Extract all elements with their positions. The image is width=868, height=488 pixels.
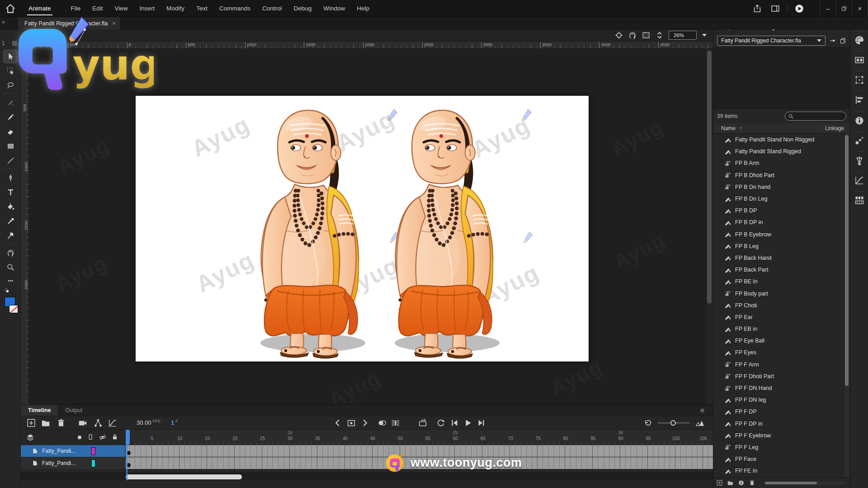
menu-item[interactable]: Animate: [23, 0, 57, 17]
paint-bucket-tool[interactable]: [4, 200, 17, 213]
home-icon[interactable]: [5, 3, 16, 14]
brush-tool[interactable]: [4, 111, 17, 123]
linkage-column[interactable]: Linkage: [822, 125, 850, 131]
frame-rate-field[interactable]: 30.00FPS: [137, 419, 160, 426]
library-item[interactable]: FP Face: [713, 453, 850, 465]
timeline-tab[interactable]: Output: [58, 405, 90, 416]
library-item[interactable]: FP F DP in: [713, 418, 850, 430]
center-frame-icon[interactable]: [346, 418, 356, 428]
step-back-icon[interactable]: [449, 418, 459, 428]
asset-warp-panel-icon[interactable]: [854, 155, 865, 166]
center-stage-icon[interactable]: [614, 31, 623, 40]
library-item[interactable]: FP F Eyebrow: [713, 430, 850, 441]
graph-editor-icon[interactable]: [108, 418, 118, 428]
pin-library-icon[interactable]: [829, 37, 836, 45]
line-tool[interactable]: [4, 154, 17, 167]
align-panel-icon[interactable]: [854, 94, 865, 105]
outline-view-icon[interactable]: [87, 433, 94, 441]
add-camera-icon[interactable]: [78, 418, 88, 428]
menu-item[interactable]: Window: [317, 0, 351, 17]
stroke-color-swatch[interactable]: [9, 305, 18, 313]
show-all-dot-icon[interactable]: [78, 436, 81, 439]
timeline-zoom-icon[interactable]: [695, 418, 705, 428]
library-item[interactable]: FP Eye Ball: [713, 335, 850, 347]
new-folder-icon[interactable]: [41, 418, 51, 428]
library-item[interactable]: FP B Dn hand: [713, 181, 850, 193]
menu-item[interactable]: Commands: [213, 0, 256, 17]
library-item[interactable]: FP EB in: [713, 323, 850, 335]
library-item[interactable]: FP F DP: [713, 406, 850, 418]
library-item[interactable]: FP B Arm: [713, 157, 850, 169]
lock-layers-icon[interactable]: [111, 433, 118, 441]
zoom-stepper-icon[interactable]: [655, 31, 664, 40]
library-document-select[interactable]: Fatty Pandit Rigged Character.fla: [717, 36, 826, 46]
library-item[interactable]: FP F Dhoti Part: [713, 371, 850, 382]
timeline-horizontal-scrollbar[interactable]: [21, 473, 713, 480]
menu-item[interactable]: Help: [351, 0, 375, 17]
library-item[interactable]: FP F DN Hand: [713, 382, 850, 394]
workspace-icon[interactable]: [770, 4, 780, 14]
library-item[interactable]: FP B Dhoti Part: [713, 169, 850, 181]
library-item[interactable]: Fatty Pandit Stand Non Riigged: [713, 134, 850, 145]
delete-layer-icon[interactable]: [56, 418, 66, 428]
layer-row[interactable]: Fatty_Pandi...: [21, 445, 125, 457]
close-button[interactable]: ×: [852, 0, 868, 17]
frame-picker-panel-icon[interactable]: [854, 195, 865, 206]
library-item[interactable]: FP B Eyebrow: [713, 229, 850, 240]
sort-ascending-icon[interactable]: ↑: [739, 125, 742, 131]
snap-panel-icon[interactable]: [854, 135, 865, 146]
library-item[interactable]: FP Back Hand: [713, 252, 850, 264]
timeline-zoom-slider[interactable]: [658, 422, 689, 423]
previous-keyframe-icon[interactable]: [333, 418, 343, 428]
next-keyframe-icon[interactable]: [360, 418, 370, 428]
transform-panel-icon[interactable]: [854, 75, 865, 85]
library-item[interactable]: FP F DN leg: [713, 394, 850, 406]
library-horizontal-scrollbar[interactable]: [764, 481, 845, 485]
step-forward-icon[interactable]: [476, 418, 486, 428]
test-movie-icon[interactable]: [794, 4, 804, 14]
asset-warp-tool[interactable]: [4, 229, 17, 242]
fluid-brush-tool[interactable]: [4, 96, 17, 109]
library-item[interactable]: FP B DP in: [713, 216, 850, 228]
item-properties-icon[interactable]: [738, 479, 745, 486]
rotate-view-icon[interactable]: [628, 31, 637, 40]
more-tools-button[interactable]: •••: [4, 274, 17, 287]
loop-playback-icon[interactable]: [436, 418, 446, 428]
reset-timeline-zoom-icon[interactable]: [643, 418, 652, 427]
hand-tool[interactable]: [4, 246, 17, 259]
library-item[interactable]: FP F Arm: [713, 359, 850, 371]
onion-skin-icon[interactable]: [377, 418, 387, 428]
menu-item[interactable]: Debug: [288, 0, 317, 17]
stage-canvas[interactable]: Ayug Ayug Ayug Ayug Ayug Ayug: [136, 96, 589, 361]
library-search[interactable]: [785, 112, 846, 121]
name-column[interactable]: Name: [721, 125, 736, 131]
menu-item[interactable]: File: [65, 0, 87, 17]
menu-item[interactable]: View: [109, 0, 134, 17]
frame-ruler[interactable]: 1s2s3s 510152025303540455055606570758085…: [126, 430, 713, 445]
swatches-panel-icon[interactable]: [854, 35, 865, 46]
zoom-level-field[interactable]: 26%: [669, 31, 697, 40]
motion-editor-panel-icon[interactable]: [854, 175, 865, 186]
collapse-panel-icon[interactable]: «: [2, 19, 4, 25]
library-item[interactable]: FP FE In: [713, 465, 850, 477]
clip-content-icon[interactable]: [642, 31, 651, 40]
loop-frame-range-icon[interactable]: [418, 418, 428, 428]
playhead[interactable]: [126, 430, 130, 445]
library-item[interactable]: FP Choti: [713, 300, 850, 311]
library-item[interactable]: FP B Dn Leg: [713, 193, 850, 205]
swap-colors-icon[interactable]: [4, 288, 10, 293]
layer-color-swatch[interactable]: [92, 448, 95, 455]
scenes-panel-icon[interactable]: [854, 55, 865, 66]
layer-color-swatch[interactable]: [92, 460, 95, 467]
library-item[interactable]: FP BE In: [713, 276, 850, 287]
timeline-tab[interactable]: Timeline: [21, 405, 58, 416]
show-parenting-icon[interactable]: [93, 418, 103, 428]
library-item[interactable]: Fatty Pandit Stand Rigged: [713, 145, 850, 157]
rectangle-tool[interactable]: [4, 140, 17, 152]
timeline-menu-icon[interactable]: [699, 408, 706, 413]
layer-row[interactable]: Fatty_Pandi...: [21, 457, 125, 469]
library-item[interactable]: FP Back Part: [713, 264, 850, 276]
library-item[interactable]: FP Body part: [713, 287, 850, 299]
library-item[interactable]: FP B Leg: [713, 240, 850, 252]
eyedropper-tool[interactable]: [4, 215, 17, 227]
